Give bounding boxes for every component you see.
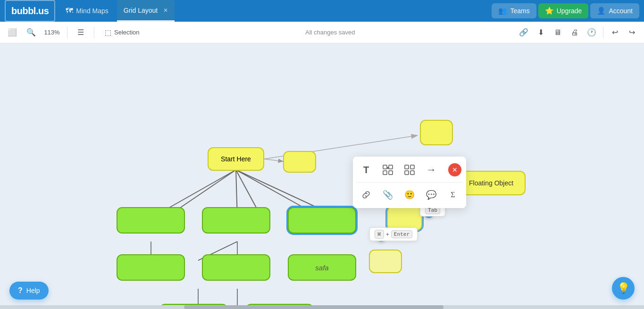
tab-mind-maps[interactable]: 🗺 Mind Maps [59,0,115,22]
teams-icon: 👥 [498,7,507,15]
share-button[interactable]: 🔗 [516,25,531,40]
text-tool-button[interactable]: T [356,159,376,180]
light-yellow-node[interactable] [369,250,402,273]
teams-label: Teams [510,7,529,15]
toolbar-divider-2 [94,27,94,38]
top-navigation: bubbl.us 🗺 Mind Maps Grid Layout ✕ 👥 Tea… [0,0,644,22]
zoom-out-button[interactable]: 🔍 [24,25,39,40]
tab-grid-layout-label: Grid Layout [124,7,158,14]
print-button[interactable]: 🖨 [567,25,582,40]
start-node-label: Start Here [221,155,251,163]
green-node-1[interactable] [117,207,185,234]
svg-rect-21 [405,165,409,169]
context-toolbar-row-2: 📎 🙂 💬 Σ [356,184,463,205]
green-node-2[interactable] [202,207,270,234]
enter-tooltip: ⌘ + Enter [369,227,418,241]
close-tab-icon[interactable]: ✕ [163,7,168,14]
green-node-4[interactable] [117,254,185,281]
green-node-3-selected[interactable] [288,207,356,234]
green-node-6-text[interactable]: safa [288,254,356,281]
svg-rect-17 [383,171,387,175]
formula-button[interactable]: Σ [443,184,463,205]
scrollbar-thumb[interactable] [184,305,443,309]
lightbulb-icon: 💡 [617,282,630,294]
sidebar-toggle-button[interactable]: ⬜ [5,25,20,40]
green-node-5[interactable] [202,254,270,281]
hamburger-menu-button[interactable]: ☰ [73,25,88,40]
yellow-node-top-right[interactable] [420,120,453,145]
account-label: Account [609,7,633,15]
zoom-level: 113% [42,29,61,36]
toolbar-divider-3 [603,27,603,38]
link-button[interactable] [356,184,376,205]
horizontal-scrollbar[interactable] [0,305,644,309]
selection-icon: ⬚ [105,28,111,37]
plus-separator: + [386,231,389,238]
account-icon: 👤 [597,7,606,15]
help-button[interactable]: ? Help [9,282,49,300]
add-node-button[interactable] [377,159,398,180]
floating-object-node[interactable]: Floating Object [457,171,526,195]
emoji-button[interactable]: 🙂 [399,184,420,205]
node-text-label: safa [315,264,328,272]
tab-mind-maps-label: Mind Maps [76,7,108,15]
app-logo[interactable]: bubbl.us [5,0,55,22]
yellow-node-middle[interactable] [283,151,316,173]
selection-label: Selection [114,29,139,36]
arrow-tool-button[interactable]: → [421,159,442,180]
svg-rect-23 [405,171,409,175]
canvas[interactable]: Start Here safa + + T → [0,43,644,309]
close-context-button[interactable]: ✕ [448,163,461,176]
account-button[interactable]: 👤 Account [590,3,639,18]
toolbar-divider [67,27,67,38]
svg-rect-18 [389,171,393,175]
upgrade-button[interactable]: ⭐ Upgrade [538,3,589,18]
start-node[interactable]: Start Here [208,147,264,171]
context-toolbar-row-1: T → ✕ [356,159,463,180]
svg-rect-15 [383,165,387,169]
svg-rect-22 [410,165,414,169]
toolbar: ⬜ 🔍 113% ☰ ⬚ Selection All changes saved… [0,22,644,43]
svg-rect-16 [389,165,393,169]
teams-button[interactable]: 👥 Teams [492,3,536,18]
svg-line-1 [264,159,283,161]
save-status: All changes saved [148,29,512,36]
context-toolbar: T → ✕ 📎 🙂 💬 Σ [353,157,466,208]
history-button[interactable]: 🕐 [584,25,599,40]
enter-key-label: Enter [391,230,412,238]
comment-button[interactable]: 💬 [421,184,442,205]
redo-button[interactable]: ↪ [624,25,639,40]
question-mark-icon: ? [18,286,23,295]
attachment-button[interactable]: 📎 [377,184,398,205]
cmd-key-label: ⌘ [375,230,384,239]
grid-button[interactable] [399,159,420,180]
floating-object-label: Floating Object [469,179,513,187]
toolbar-right-actions: 🔗 ⬇ 🖥 🖨 🕐 ↩ ↪ [516,25,639,40]
download-button[interactable]: ⬇ [533,25,548,40]
help-label: Help [26,287,40,294]
star-icon: ⭐ [545,7,554,15]
selection-button[interactable]: ⬚ Selection [100,25,144,40]
upgrade-label: Upgrade [557,7,582,15]
mind-map-icon: 🗺 [66,7,73,15]
svg-rect-24 [410,171,414,175]
fullscreen-button[interactable]: 🖥 [550,25,565,40]
lightbulb-button[interactable]: 💡 [612,277,635,300]
tab-grid-layout[interactable]: Grid Layout ✕ [117,0,175,22]
undo-button[interactable]: ↩ [607,25,622,40]
